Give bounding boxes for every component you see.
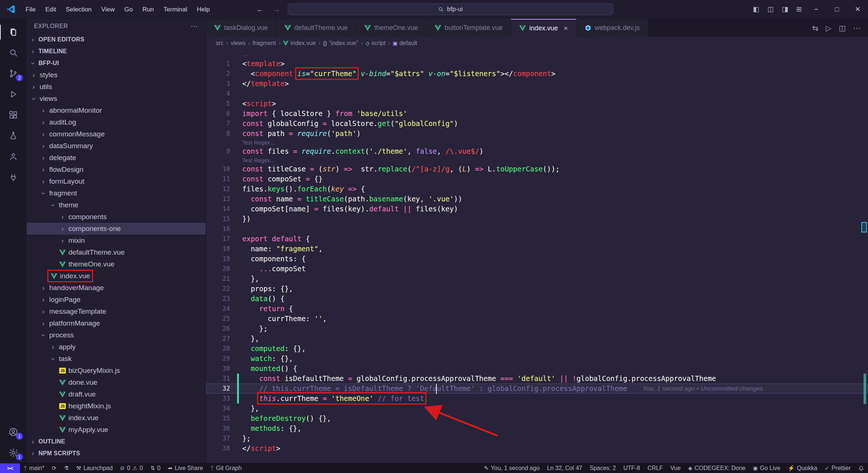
status-live-share[interactable]: ➦Live Share <box>164 463 207 473</box>
code-line-17[interactable]: 17export default { <box>206 234 868 244</box>
command-center-search[interactable]: bfp-ui <box>288 3 613 15</box>
tree-item-mixin[interactable]: ›mixin <box>27 235 206 246</box>
toggle-sidebar-icon[interactable]: ◧ <box>749 0 763 19</box>
tree-item-done-vue[interactable]: done.vue <box>27 377 206 388</box>
codelens[interactable]: Test Regex... <box>206 156 868 164</box>
menu-help[interactable]: Help <box>192 0 215 19</box>
code-line-15[interactable]: 15}) <box>206 214 868 224</box>
activity-settings-icon[interactable]: 1 <box>0 442 27 463</box>
run-file-icon[interactable]: ▷ <box>826 24 831 33</box>
code-line-38[interactable]: 38</script> <box>206 443 868 453</box>
overview-ruler-mark[interactable] <box>861 222 867 232</box>
status-ports[interactable]: ⇅0 <box>146 463 164 473</box>
code-line-35[interactable]: 35 beforeDestroy() {}, <box>206 414 868 423</box>
codelens[interactable]: Test Regex... <box>206 139 868 146</box>
status-notifications[interactable] <box>854 463 868 473</box>
tree-item-abnormalmonitor[interactable]: ›abnormalMonitor <box>27 105 206 116</box>
code-line-16[interactable]: 16 <box>206 224 868 234</box>
status-git-graph[interactable]: ᛉGit Graph <box>207 463 245 473</box>
menu-selection[interactable]: Selection <box>61 0 97 19</box>
remote-indicator[interactable]: >< <box>0 463 20 473</box>
status-quokka[interactable]: ⚡Quokka <box>784 463 821 473</box>
status-prettier[interactable]: ✓Prettier <box>821 463 854 473</box>
status-eol[interactable]: CRLF <box>644 463 667 473</box>
activity-testing-icon[interactable] <box>0 125 27 146</box>
tab-taskdialog-vue[interactable]: taskDialog.vue <box>206 19 276 37</box>
activity-run-debug-icon[interactable] <box>0 84 27 105</box>
code-line-23[interactable]: 23 data() { <box>206 294 868 304</box>
tree-item-theme[interactable]: ›theme <box>27 199 206 211</box>
status-launchpad[interactable]: ⚒Launchpad <box>72 463 116 473</box>
tree-item-commonmessage[interactable]: ›commonMessage <box>27 128 206 140</box>
activity-live-share-icon[interactable] <box>0 146 27 167</box>
close-tab-icon[interactable]: ✕ <box>563 25 568 32</box>
tree-item-apply[interactable]: ›apply <box>27 341 206 353</box>
breadcrumb-item-src[interactable]: src <box>216 40 223 47</box>
more-actions-icon[interactable]: ⋯ <box>853 24 861 33</box>
tab-index-vue[interactable]: index.vue✕ <box>511 19 577 37</box>
menu-terminal[interactable]: Terminal <box>159 0 192 19</box>
tab-defaulttheme-vue[interactable]: defaultTheme.vue <box>276 19 356 37</box>
customize-layout-icon[interactable]: ⊞ <box>792 0 806 19</box>
breadcrumb-item-fragment[interactable]: fragment <box>253 40 276 47</box>
status-codegeex-status[interactable]: ◈CODEGEEX: Done <box>684 463 749 473</box>
code-line-19[interactable]: 19 components: { <box>206 254 868 264</box>
tree-item-delegate[interactable]: ›delegate <box>27 152 206 164</box>
code-line-37[interactable]: 37}; <box>206 433 868 443</box>
section-outline[interactable]: ›OUTLINE <box>27 436 206 448</box>
code-line-7[interactable]: 7const globalConfig = localStore.get("gl… <box>206 119 868 129</box>
tree-item-styles[interactable]: ›styles <box>27 69 206 81</box>
activity-codegeex-icon[interactable] <box>0 167 27 187</box>
tree-item-process[interactable]: ›process <box>27 329 206 341</box>
tree-item-fragment[interactable]: ›fragment <box>27 187 206 199</box>
status-git-branch[interactable]: ᛘmain* <box>20 463 48 473</box>
maximize-button[interactable]: □ <box>827 0 847 19</box>
tree-item-views[interactable]: ›views <box>27 93 206 105</box>
code-line-13[interactable]: 13 const name = titleCase(path.basename(… <box>206 194 868 204</box>
tree-item-draft-vue[interactable]: draft.vue <box>27 388 206 400</box>
breadcrumb-item--index-vue-[interactable]: {}"index.vue" <box>323 40 358 47</box>
tree-item-utils[interactable]: ›utils <box>27 81 206 93</box>
activity-search-icon[interactable] <box>0 42 27 63</box>
tree-item-flowdesign[interactable]: ›flowDesign <box>27 164 206 176</box>
code-line-34[interactable]: 34 }, <box>206 404 868 414</box>
code-line-20[interactable]: 20 ...compoSet <box>206 264 868 274</box>
status-indentation[interactable]: Spaces: 2 <box>586 463 619 473</box>
code-line-29[interactable]: 29 watch: {}, <box>206 354 868 364</box>
overview-ruler-modified-mark[interactable] <box>864 374 866 404</box>
code-line-32[interactable]: 32 // this.currTheme = isDefaultTheme ? … <box>206 384 868 394</box>
tree-item-task[interactable]: ›task <box>27 353 206 365</box>
activity-accounts-icon[interactable]: 1 <box>0 422 27 442</box>
tab-themeone-vue[interactable]: themeOne.vue <box>356 19 426 37</box>
status-cursor-position[interactable]: Ln 32, Col 47 <box>543 463 586 473</box>
section-project[interactable]: › BFP-UI <box>27 57 206 69</box>
tree-item-components[interactable]: ›components <box>27 211 206 223</box>
toggle-panel-icon[interactable]: ◫ <box>763 0 778 19</box>
code-line-31[interactable]: 31 const isDefaultTheme = globalConfig.p… <box>206 374 868 384</box>
codelens[interactable]: ··· <box>206 51 868 59</box>
code-line-21[interactable]: 21 }, <box>206 274 868 284</box>
menu-file[interactable]: File <box>21 0 40 19</box>
tree-item-themeone-vue[interactable]: themeOne.vue <box>27 258 206 270</box>
menu-view[interactable]: View <box>97 0 120 19</box>
code-line-4[interactable]: 4 <box>206 89 868 99</box>
tab-buttontemplate-vue[interactable]: buttonTemplate.vue <box>426 19 511 37</box>
code-line-27[interactable]: 27 }, <box>206 334 868 344</box>
activity-explorer-icon[interactable] <box>0 22 27 42</box>
section-open-editors[interactable]: ›OPEN EDITORS <box>27 34 206 45</box>
status-problems[interactable]: ⊘0⚠0 <box>116 463 147 473</box>
status-go-live[interactable]: ◉Go Live <box>749 463 784 473</box>
code-line-25[interactable]: 25 currTheme: '', <box>206 314 868 324</box>
explorer-more-actions-icon[interactable]: ⋯ <box>190 22 198 31</box>
code-editor[interactable]: ···1<template>2 <component is="currTheme… <box>206 49 868 463</box>
code-line-8[interactable]: 8const path = require('path') <box>206 129 868 139</box>
code-line-9[interactable]: 9const files = require.context('./theme'… <box>206 146 868 156</box>
tab-webpack-dev-js[interactable]: webpack.dev.js <box>577 19 648 37</box>
breadcrumb-item-views[interactable]: views <box>231 40 246 47</box>
tree-item-index-vue[interactable]: index.vue <box>27 412 206 424</box>
split-editor-icon[interactable]: ◫ <box>839 24 846 33</box>
menu-run[interactable]: Run <box>138 0 159 19</box>
tree-item-auditlog[interactable]: ›auditLog <box>27 116 206 128</box>
code-line-28[interactable]: 28 computed: {}, <box>206 344 868 354</box>
code-line-1[interactable]: 1<template> <box>206 59 868 69</box>
